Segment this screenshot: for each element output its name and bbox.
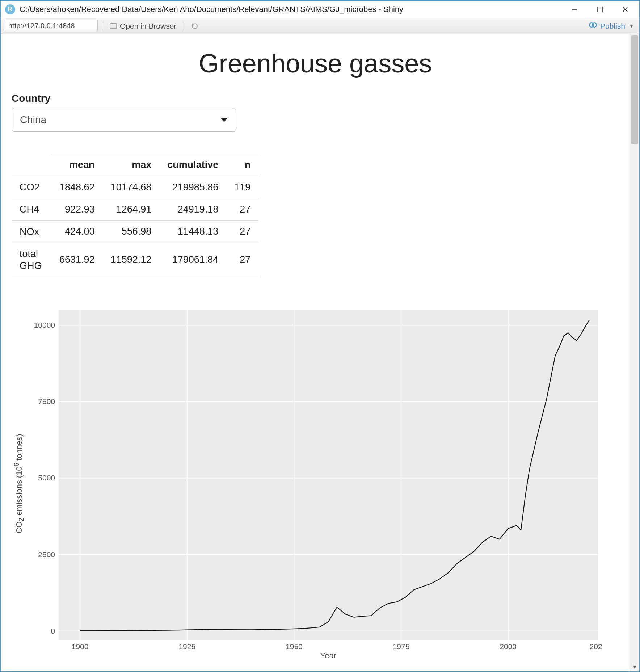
publish-dropdown-caret[interactable]: ▾: [630, 23, 633, 29]
table-header-row: mean max cumulative n: [12, 154, 258, 176]
x-tick-label: 1925: [178, 642, 195, 651]
cell-n: 27: [226, 243, 258, 277]
app-window: R C:/Users/ahoken/Recovered Data/Users/K…: [0, 0, 640, 672]
svg-rect-4: [110, 24, 117, 29]
vertical-scrollbar[interactable]: ▼: [630, 34, 639, 671]
cell-cum: 179061.84: [159, 243, 226, 277]
reload-button[interactable]: [188, 21, 201, 31]
th-mean: mean: [51, 154, 103, 176]
x-ticks: 19001925195019752000202: [59, 640, 598, 651]
country-select[interactable]: China: [12, 108, 236, 132]
cell-cum: 24919.18: [159, 198, 226, 220]
x-tick-label: 1950: [286, 642, 303, 651]
r-logo-icon: R: [5, 4, 15, 14]
svg-point-7: [592, 23, 597, 27]
browser-icon: [110, 22, 117, 30]
scrollbar-thumb[interactable]: [631, 35, 638, 144]
x-tick-label: 1900: [72, 642, 89, 651]
x-tick-label: 1975: [393, 642, 410, 651]
table-row: NOx424.00556.9811448.1327: [12, 220, 258, 243]
cell-n: 27: [226, 220, 258, 243]
chevron-down-icon: [220, 118, 228, 122]
window-title: C:/Users/ahoken/Recovered Data/Users/Ken…: [20, 5, 562, 14]
cell-n: 119: [226, 176, 258, 198]
toolbar-separator: [184, 21, 184, 31]
publish-button[interactable]: Publish ▾: [585, 20, 636, 32]
toolbar-separator: [102, 21, 102, 31]
page-title: Greenhouse gasses: [12, 49, 619, 78]
cell-max: 10174.68: [103, 176, 160, 198]
svg-rect-1: [597, 7, 602, 12]
cell-mean: 424.00: [51, 220, 103, 243]
th-max: max: [103, 154, 160, 176]
stats-table: mean max cumulative n CO21848.6210174.68…: [12, 154, 258, 277]
y-tick-label: 10000: [34, 321, 55, 329]
publish-icon: [589, 21, 597, 30]
y-tick-label: 0: [51, 627, 55, 635]
country-label: Country: [12, 93, 619, 104]
minimize-button[interactable]: [562, 1, 587, 17]
y-tick-label: 7500: [38, 397, 55, 406]
cell-n: 27: [226, 198, 258, 220]
cell-max: 1264.91: [103, 198, 160, 220]
table-row: total GHG6631.9211592.12179061.8427: [12, 243, 258, 277]
cell-max: 11592.12: [103, 243, 160, 277]
y-ticks: 025005000750010000: [26, 310, 59, 658]
page-content: Greenhouse gasses Country China mean max…: [1, 34, 630, 671]
y-tick-label: 5000: [38, 474, 55, 482]
cell-cum: 219985.86: [159, 176, 226, 198]
close-button[interactable]: [612, 1, 638, 17]
th-n: n: [226, 154, 258, 176]
table-row: CH4922.931264.9124919.1827: [12, 198, 258, 220]
reload-icon: [191, 22, 198, 30]
url-field[interactable]: http://127.0.0.1:4848: [4, 20, 98, 32]
cell-cum: 11448.13: [159, 220, 226, 243]
cell-mean: 6631.92: [51, 243, 103, 277]
th-cum: cumulative: [159, 154, 226, 176]
th-blank: [12, 154, 51, 176]
country-value: China: [20, 114, 46, 126]
open-in-browser-button[interactable]: Open in Browser: [107, 20, 179, 32]
maximize-button[interactable]: [587, 1, 612, 17]
co2-chart: CO2 emissions (106 tonnes) 0250050007500…: [12, 310, 598, 658]
y-axis-label: CO2 emissions (106 tonnes): [12, 434, 25, 534]
cell-mean: 922.93: [51, 198, 103, 220]
x-tick-label: 202: [589, 642, 602, 651]
titlebar: R C:/Users/ahoken/Recovered Data/Users/K…: [1, 1, 639, 18]
row-label: CH4: [12, 198, 51, 220]
toolbar: http://127.0.0.1:4848 Open in Browser Pu…: [1, 18, 639, 34]
scroll-down-arrow[interactable]: ▼: [630, 663, 639, 671]
cell-max: 556.98: [103, 220, 160, 243]
row-label: NOx: [12, 220, 51, 243]
plot-area: [59, 310, 598, 640]
x-axis-label: Year: [59, 651, 598, 658]
row-label: CO2: [12, 176, 51, 198]
x-tick-label: 2000: [500, 642, 517, 651]
row-label: total GHG: [12, 243, 51, 277]
open-in-browser-label: Open in Browser: [120, 22, 176, 30]
cell-mean: 1848.62: [51, 176, 103, 198]
y-tick-label: 2500: [38, 550, 55, 559]
publish-label: Publish: [600, 22, 625, 30]
table-row: CO21848.6210174.68219985.86119: [12, 176, 258, 198]
